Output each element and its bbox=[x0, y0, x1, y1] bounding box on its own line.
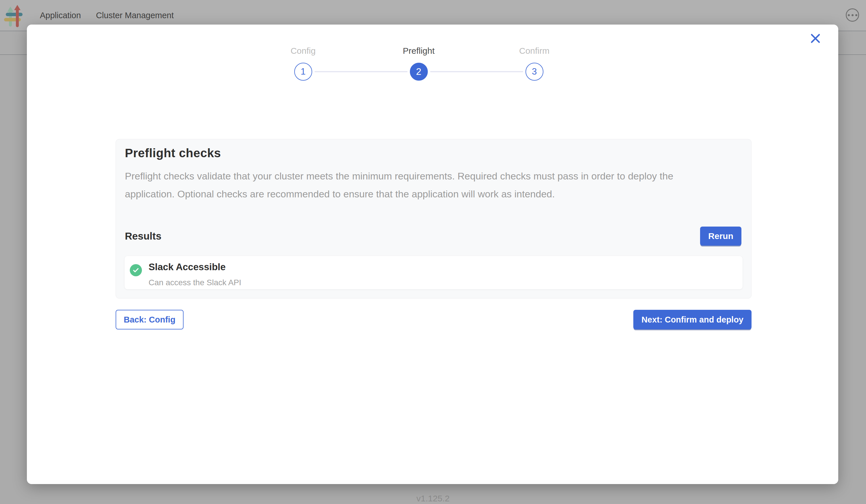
step-config: Config 1 bbox=[245, 46, 361, 81]
overflow-menu-button[interactable] bbox=[846, 8, 859, 22]
stepper-connector bbox=[430, 71, 523, 72]
results-header-row: Results Rerun bbox=[125, 226, 741, 246]
panel-description: Preflight checks validate that your clus… bbox=[125, 167, 684, 203]
panel-title: Preflight checks bbox=[125, 146, 221, 160]
step-label: Config bbox=[290, 46, 316, 56]
step-confirm: Confirm 3 bbox=[477, 46, 592, 81]
check-title: Slack Accessible bbox=[148, 260, 241, 274]
preflight-result-card: Slack Accessible Can access the Slack AP… bbox=[125, 256, 743, 289]
rerun-button[interactable]: Rerun bbox=[700, 226, 741, 246]
step-label: Preflight bbox=[403, 46, 434, 56]
preflight-panel: Preflight checks Preflight checks valida… bbox=[115, 139, 752, 299]
check-description: Can access the Slack API bbox=[148, 278, 241, 287]
stepper-connector bbox=[314, 71, 408, 72]
check-pass-icon bbox=[130, 264, 142, 276]
step-number-badge: 2 bbox=[410, 63, 428, 81]
results-label: Results bbox=[125, 230, 161, 242]
wizard-stepper: Config 1 Preflight 2 Confirm 3 bbox=[245, 46, 592, 81]
close-x-icon bbox=[810, 33, 821, 44]
nav-tab-cluster-management[interactable]: Cluster Management bbox=[96, 11, 174, 20]
step-label: Confirm bbox=[519, 46, 549, 56]
step-preflight: Preflight 2 bbox=[361, 46, 477, 81]
back-config-button[interactable]: Back: Config bbox=[115, 310, 184, 329]
step-number-badge: 1 bbox=[294, 63, 312, 81]
deploy-wizard-modal: Config 1 Preflight 2 Confirm 3 Preflight… bbox=[27, 24, 838, 484]
nav-tab-application[interactable]: Application bbox=[40, 11, 81, 20]
app-logo-icon bbox=[4, 5, 24, 27]
nav-tabs: Application Cluster Management bbox=[40, 11, 174, 20]
check-text: Slack Accessible Can access the Slack AP… bbox=[148, 260, 241, 287]
close-button[interactable] bbox=[806, 29, 825, 48]
next-confirm-deploy-button[interactable]: Next: Confirm and deploy bbox=[633, 310, 752, 329]
step-number-badge: 3 bbox=[525, 63, 543, 81]
version-label: v1.125.2 bbox=[0, 494, 866, 503]
